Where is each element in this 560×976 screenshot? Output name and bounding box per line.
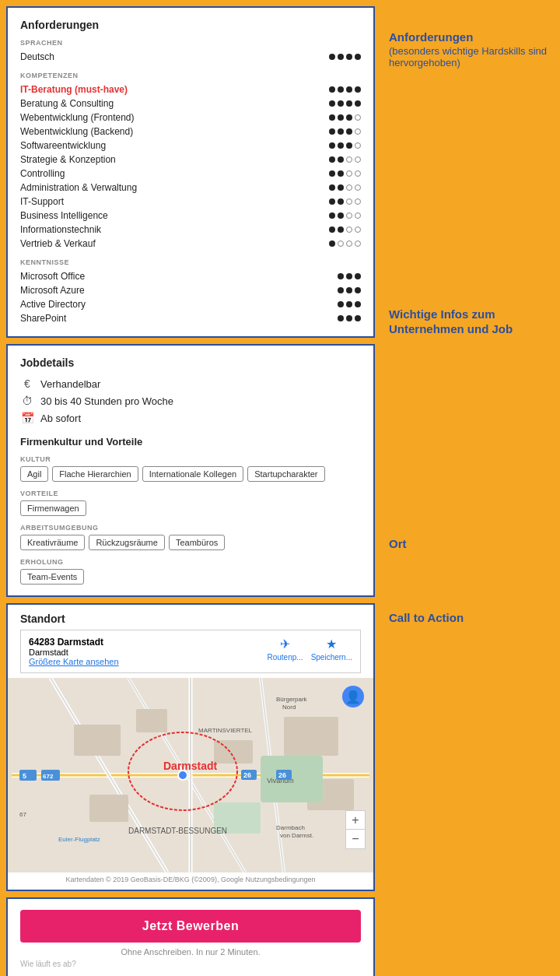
svg-text:von Darmst.: von Darmst.	[280, 832, 313, 839]
dot-empty	[355, 128, 361, 135]
page-container: Anforderungen SPRACHEN Deutsch KOMPETENZ…	[0, 0, 560, 976]
dot	[338, 54, 344, 60]
skill-row-deutsch: Deutsch	[20, 50, 361, 64]
tag-kreativraeume: Kreativräume	[20, 535, 85, 550]
dot-empty	[355, 170, 361, 177]
dot-empty	[346, 240, 352, 247]
annotation-anforderungen-subtitle: (besonders wichtige Hardskills sind herv…	[389, 45, 552, 68]
svg-rect-11	[74, 725, 121, 756]
dot-empty	[355, 142, 361, 149]
skill-row-beratung: Beratung & Consulting	[20, 97, 361, 111]
dot-empty	[346, 184, 352, 191]
svg-rect-12	[136, 709, 167, 732]
map-person-icon: 👤	[342, 686, 364, 707]
svg-rect-16	[89, 795, 128, 822]
skill-name-web-frontend: Webentwicklung (Frontend)	[20, 112, 321, 123]
zoom-out-button[interactable]: −	[346, 830, 365, 848]
dot	[338, 142, 344, 149]
zoom-in-button[interactable]: +	[346, 811, 365, 830]
arbeitsumgebung-tags: Kreativräume Rückzugsräume Teambüros	[20, 535, 361, 550]
dot	[346, 114, 352, 121]
route-label: Routenp...	[267, 653, 303, 662]
skill-dots-ms-azure	[338, 287, 361, 293]
skill-row-active-directory: Active Directory	[20, 297, 361, 311]
start-value: Ab sofort	[40, 413, 81, 424]
skill-name-sharepoint: SharePoint	[20, 313, 330, 324]
apply-button[interactable]: Jetzt Bewerben	[20, 910, 361, 943]
dot	[346, 100, 352, 107]
annotation-cta-text: Call to Action	[389, 610, 552, 626]
skill-name-controlling: Controlling	[20, 168, 321, 179]
dot-empty	[346, 170, 352, 177]
dot-empty	[355, 114, 361, 121]
skill-dots-informationstechnik	[329, 226, 361, 233]
save-button[interactable]: ★ Speichern...	[311, 637, 352, 662]
skill-row-web-frontend: Webentwicklung (Frontend)	[20, 111, 361, 125]
dot	[329, 100, 335, 107]
salary-row: € Verhandelbar	[20, 375, 361, 392]
firmenkultur-title: Firmenkultur und Vorteile	[20, 436, 361, 448]
dot	[329, 170, 335, 177]
skill-name-it-support: IT-Support	[20, 196, 321, 207]
skill-dots-bi	[329, 212, 361, 219]
dot	[346, 86, 352, 93]
dot	[346, 301, 352, 307]
tag-internationale-kollegen: Internationale Kollegen	[142, 466, 244, 482]
dot	[329, 156, 335, 163]
skill-name-active-directory: Active Directory	[20, 299, 330, 310]
svg-text:26: 26	[243, 771, 251, 779]
skill-dots-beratung	[329, 100, 361, 107]
skill-dots-web-frontend	[329, 114, 361, 121]
dot	[346, 315, 352, 321]
svg-text:672: 672	[43, 773, 54, 780]
dot	[338, 170, 344, 177]
salary-value: Verhandelbar	[40, 378, 100, 390]
annotation-anforderungen-title: Anforderungen	[389, 30, 552, 45]
clock-icon: ⏱	[20, 395, 34, 407]
dot	[329, 212, 335, 219]
annotation-ort: Ort	[389, 530, 552, 558]
svg-text:Darmbach: Darmbach	[276, 824, 305, 831]
skill-row-sharepoint: SharePoint	[20, 311, 361, 325]
skill-name-beratung: Beratung & Consulting	[20, 98, 321, 109]
svg-point-38	[178, 771, 187, 780]
skill-dots-administration	[329, 184, 361, 191]
map-address-text: 64283 Darmstadt Darmstadt Größere Karte …	[29, 637, 261, 666]
skill-dots-controlling	[329, 170, 361, 177]
svg-text:Euler-Flugplatz: Euler-Flugplatz	[58, 836, 100, 843]
kompetenzen-label: KOMPETENZEN	[20, 72, 361, 79]
dot	[329, 198, 335, 205]
skill-row-ms-azure: Microsoft Azure	[20, 283, 361, 297]
route-button[interactable]: ✈ Routenp...	[267, 637, 303, 662]
dot	[346, 142, 352, 149]
skill-name-bi: Business Intelligence	[20, 210, 321, 221]
map-svg: Darmstadt Vivarium 5 672 DARMSTADT-BESSU…	[8, 678, 373, 872]
dot	[338, 287, 344, 293]
skill-row-software: Softwareentwicklung	[20, 139, 361, 153]
skill-dots-ms-office	[338, 273, 361, 279]
skill-name-informationstechnik: Informationstechnik	[20, 224, 321, 235]
anforderungen-card: Anforderungen SPRACHEN Deutsch KOMPETENZ…	[6, 6, 375, 338]
dot-empty	[355, 198, 361, 205]
skill-dots-web-backend	[329, 128, 361, 135]
hours-value: 30 bis 40 Stunden pro Woche	[40, 395, 173, 407]
dot	[338, 128, 344, 135]
vorteile-tags: Firmenwagen	[20, 500, 361, 516]
dot	[329, 240, 335, 247]
dot-empty	[346, 198, 352, 205]
map-visual[interactable]: Darmstadt Vivarium 5 672 DARMSTADT-BESSU…	[8, 678, 373, 872]
jobdetails-card: Jobdetails € Verhandelbar ⏱ 30 bis 40 St…	[6, 344, 375, 597]
jobdetails-title: Jobdetails	[20, 356, 361, 369]
annotation-anforderungen: Anforderungen (besonders wichtige Hardsk…	[389, 23, 552, 75]
tag-flache-hierarchien: Flache Hierarchien	[52, 466, 138, 482]
skill-dots-it-beratung	[329, 86, 361, 93]
tag-startupcharakter: Startupcharakter	[247, 466, 324, 482]
skill-row-bi: Business Intelligence	[20, 209, 361, 223]
cta-footer[interactable]: Wie läuft es ab?	[20, 960, 361, 968]
dot-empty	[346, 156, 352, 163]
skill-dots-software	[329, 142, 361, 149]
tag-agil: Agil	[20, 466, 48, 482]
dot	[355, 86, 361, 93]
dot	[338, 184, 344, 191]
map-larger-link[interactable]: Größere Karte ansehen	[29, 657, 261, 666]
